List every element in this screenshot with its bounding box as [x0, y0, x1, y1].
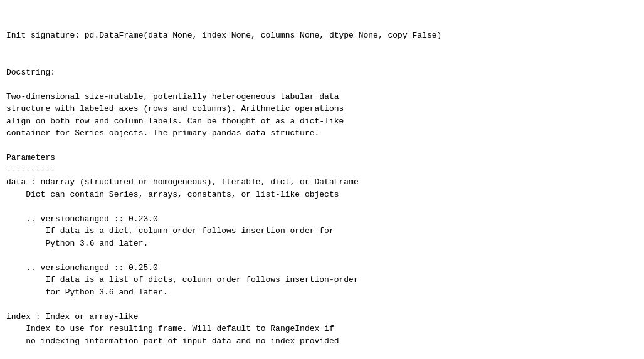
- documentation-panel: Init signature: pd.DataFrame(data=None, …: [6, 5, 638, 91]
- doc-line: Two-dimensional size-mutable, potentiall…: [6, 91, 638, 103]
- doc-line: structure with labeled axes (rows and co…: [6, 103, 638, 115]
- doc-line: index : Index or array-like: [6, 311, 638, 323]
- doc-line: Index to use for resulting frame. Will d…: [6, 323, 638, 335]
- doc-line: align on both row and column labels. Can…: [6, 115, 638, 128]
- init-signature-line: Init signature: pd.DataFrame(data=None, …: [6, 29, 638, 42]
- doc-line: ----------: [6, 164, 638, 177]
- docstring-body: Two-dimensional size-mutable, potentiall…: [6, 91, 638, 348]
- doc-line: .. versionchanged :: 0.25.0: [6, 262, 638, 274]
- doc-line: .. versionchanged :: 0.23.0: [6, 213, 638, 226]
- doc-line: container for Series objects. The primar…: [6, 127, 638, 140]
- doc-line: data : ndarray (structured or homogeneou…: [6, 176, 638, 189]
- doc-line: If data is a list of dicts, column order…: [6, 274, 638, 286]
- doc-line: [6, 200, 638, 213]
- doc-line: [6, 140, 638, 152]
- doc-line: If data is a dict, column order follows …: [6, 225, 638, 237]
- doc-line: Dict can contain Series, arrays, constan…: [6, 189, 638, 201]
- doc-line: Python 3.6 and later.: [6, 237, 638, 250]
- doc-line: [6, 249, 638, 262]
- doc-line: no indexing information part of input da…: [6, 335, 638, 348]
- docstring-label: Docstring:: [6, 66, 638, 79]
- doc-line: for Python 3.6 and later.: [6, 286, 638, 299]
- doc-line: [6, 298, 638, 311]
- doc-line: Parameters: [6, 152, 638, 164]
